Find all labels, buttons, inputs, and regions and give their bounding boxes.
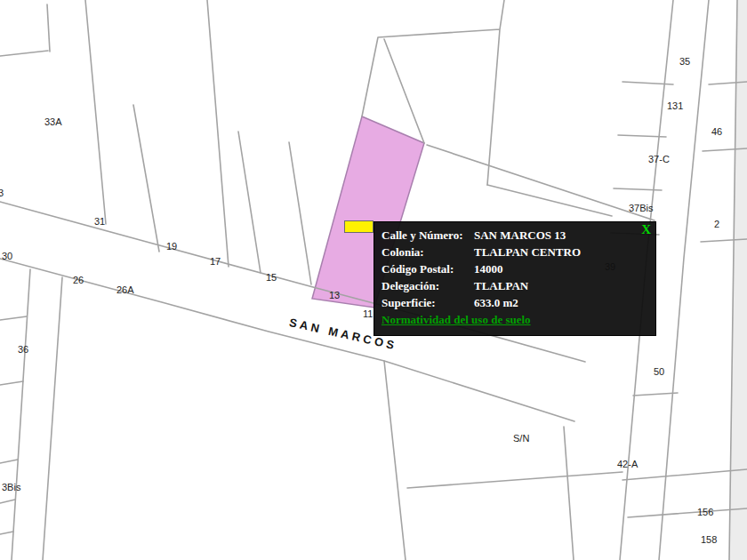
field-label: Superficie:	[382, 294, 474, 311]
field-value: TLALPAN CENTRO	[474, 244, 648, 260]
field-label: Delegación:	[382, 277, 474, 294]
field-label: Calle y Número:	[382, 227, 474, 244]
popup-row-colonia: Colonia: TLALPAN CENTRO	[382, 244, 648, 260]
close-icon[interactable]: X	[641, 222, 651, 237]
popup-row-street: Calle y Número: SAN MARCOS 13	[382, 227, 648, 244]
popup-row-superficie: Superficie: 633.0 m2	[382, 294, 648, 311]
field-value: 633.0 m2	[474, 294, 648, 311]
normatividad-link[interactable]: Normatividad del uso de suelo	[382, 312, 531, 328]
selected-address-marker[interactable]	[344, 220, 374, 233]
field-label: Colonia:	[382, 244, 474, 260]
popup-row-codigo-postal: Código Postal: 14000	[382, 260, 648, 277]
parcel-info-popup: X Calle y Número: SAN MARCOS 13 Colonia:…	[374, 221, 656, 336]
field-value: SAN MARCOS 13	[474, 227, 648, 244]
map-viewport[interactable]: 33A3331302626A1917151311363Bis351314637-…	[0, 0, 747, 560]
field-label: Código Postal:	[382, 260, 474, 277]
field-value: 14000	[474, 260, 648, 277]
map-edge-strip	[729, 0, 747, 560]
popup-row-delegacion: Delegación: TLALPAN	[382, 277, 648, 294]
field-value: TLALPAN	[474, 277, 648, 294]
